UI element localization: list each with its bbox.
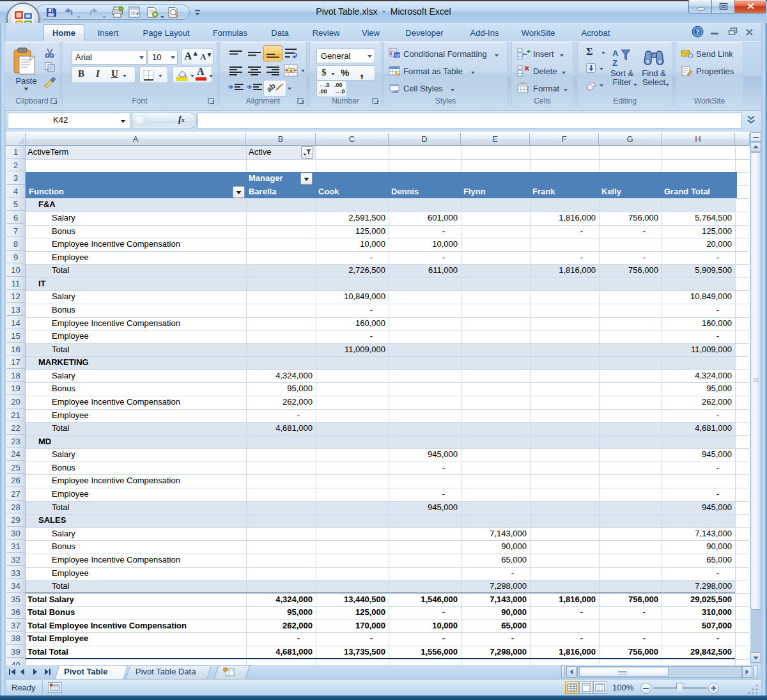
svg-text:Z: Z bbox=[612, 58, 617, 68]
svg-text:A: A bbox=[612, 49, 619, 58]
svg-text:SS: SS bbox=[395, 54, 401, 58]
svg-text:?: ? bbox=[696, 28, 700, 36]
